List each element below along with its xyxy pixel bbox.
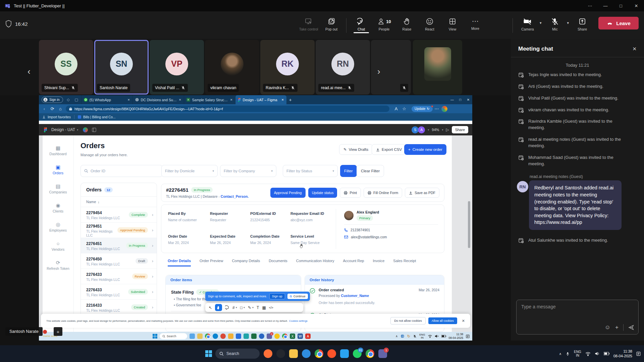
refresh-icon[interactable]: ⟳ — [48, 106, 56, 111]
firefox-icon[interactable] — [264, 349, 272, 358]
frame-tool-icon[interactable]: # — [232, 305, 235, 310]
tab-close-icon[interactable]: ✕ — [230, 98, 233, 102]
more-button[interactable]: ⋯ More — [464, 14, 487, 31]
pen-tool-icon[interactable]: ✎ — [248, 305, 251, 310]
window-minimize-button[interactable]: — — [598, 0, 613, 11]
app-icon[interactable] — [220, 334, 226, 339]
back-icon[interactable]: ‹ — [40, 106, 48, 111]
whatsapp-icon[interactable]: 81 — [353, 349, 362, 358]
contact-person-link[interactable]: Contact_Person. — [221, 194, 249, 198]
shared-time[interactable]: 11:38 — [456, 333, 463, 336]
window-maximize-button[interactable]: □ — [613, 0, 629, 11]
allow-cookies-button[interactable]: Allow all cookies — [428, 317, 457, 324]
app-icon[interactable] — [274, 334, 280, 339]
wifi-tray-icon[interactable] — [428, 335, 432, 338]
vscode-icon[interactable] — [340, 349, 349, 358]
fill-online-form-button[interactable]: Fill Online Form — [364, 188, 402, 198]
move-tool-icon[interactable]: ↖ — [209, 305, 212, 310]
tab-close-icon[interactable]: ✕ — [281, 98, 284, 102]
camera-button[interactable]: Camera — [516, 14, 539, 31]
shared-search-box[interactable]: Search — [160, 333, 187, 339]
order-row[interactable]: 2276433TL Flex Holdings LLC Submitted › — [81, 284, 157, 300]
export-csv-button[interactable]: Export CSV — [372, 144, 406, 155]
home-icon[interactable]: ⌂ — [56, 106, 64, 111]
chrome-icon[interactable] — [205, 334, 210, 339]
collaborator-avatar[interactable]: A — [418, 126, 425, 133]
browser-tab[interactable]: DC Divisions and Surroundings ✕ — [132, 95, 184, 104]
tab-close-icon[interactable]: ✕ — [127, 98, 130, 102]
taskbar-clock[interactable]: 11:3808-04-2025 — [613, 349, 632, 359]
google-continue-button[interactable]: G Continue — [287, 294, 308, 299]
cookie-close-icon[interactable]: ✕ — [462, 319, 465, 323]
avatars-chevron[interactable]: ▾ — [428, 128, 429, 131]
sidebar-item-dashboard[interactable]: ▦ Dashboard — [43, 145, 73, 156]
browser-tray-icon[interactable] — [400, 334, 405, 338]
edge-icon[interactable] — [302, 349, 311, 358]
customer-name-link[interactable]: Customer_Name — [341, 294, 369, 298]
signup-button[interactable]: Sign up — [269, 293, 285, 299]
start-button[interactable] — [205, 350, 212, 357]
browser-minimize-button[interactable]: — — [448, 98, 456, 102]
lang-top[interactable]: ENG — [574, 350, 581, 354]
chrome-profile-icon[interactable] — [366, 349, 374, 358]
taskbar-search-box[interactable]: Search — [215, 349, 260, 359]
update-status-button[interactable]: Update status — [308, 188, 337, 198]
lang-bottom[interactable]: IN — [576, 354, 579, 357]
app-icon[interactable] — [276, 349, 285, 358]
notification-tray-icon[interactable] — [466, 335, 470, 338]
address-bar[interactable]: https://www.figma.com/design/9BKQ0FOHRWa… — [66, 106, 389, 112]
update-tray-icon[interactable]: ↻ — [407, 334, 410, 339]
resources-tool-icon[interactable]: ▦ — [262, 305, 266, 310]
order-id-search[interactable] — [80, 165, 163, 177]
folder-icon[interactable] — [228, 334, 233, 339]
browser-tab[interactable]: (5) WhatsApp ✕ — [81, 95, 132, 104]
participant-tile[interactable]: SS Shivani Sup... — [39, 40, 93, 95]
teams-icon[interactable]: 1 — [378, 349, 387, 358]
import-favorites-label[interactable]: Import favorites — [48, 115, 71, 119]
sidebar-item-orders[interactable]: ▣ Orders — [43, 165, 73, 175]
filter-company-dropdown[interactable]: Filter by Company ▾ — [220, 165, 276, 177]
participant-tile-video[interactable] — [413, 40, 462, 95]
sort-desc-icon[interactable]: ↓ — [98, 200, 100, 204]
pages-panel-icon[interactable] — [92, 128, 96, 132]
shared-date[interactable]: 08-04-2025 — [449, 336, 463, 340]
volume-muted-tray-icon[interactable] — [435, 335, 439, 338]
figma-share-button[interactable]: Share — [452, 126, 468, 133]
participant-tile[interactable]: RK Ravindra K... — [260, 40, 315, 95]
tab-sales-receipt[interactable]: Sales Receipt — [393, 259, 416, 266]
order-row[interactable]: 2279451TL Flex Holdings LLC Approval Pen… — [81, 223, 157, 238]
order-row[interactable]: 2276433TL Flex Holdings LLC Review › — [81, 269, 157, 284]
window-close-button[interactable]: ✕ — [629, 0, 644, 11]
mic-muted-tray-icon[interactable] — [413, 335, 417, 338]
view-button[interactable]: View — [441, 14, 464, 31]
sidebar-item-companies[interactable]: ▤ Companies — [43, 184, 73, 194]
send-icon[interactable] — [628, 324, 634, 330]
teams-icon[interactable]: 2 — [267, 334, 272, 339]
taskbar-app-icon[interactable] — [190, 334, 195, 339]
wifi-icon[interactable] — [585, 352, 591, 356]
sidebar-item-employees[interactable]: ◎ Employees — [43, 222, 73, 232]
tray-expand-icon[interactable]: ∧ — [395, 335, 398, 338]
app-icon[interactable] — [259, 334, 264, 339]
excel-icon[interactable]: X — [290, 334, 295, 339]
canvas-scrollbar[interactable] — [468, 201, 470, 248]
browser-maximize-button[interactable]: □ — [456, 98, 464, 102]
presenter-add-button[interactable]: + — [54, 327, 62, 336]
frame-tool-chevron[interactable]: ▾ — [236, 306, 237, 309]
contact-email[interactable]: alex@vstatefilings.com — [351, 235, 387, 239]
brave-icon[interactable] — [327, 349, 336, 358]
pop-out-button[interactable]: Pop out — [320, 14, 343, 31]
browser-tab[interactable]: X Sample Salary Structure with calc ✕ — [184, 95, 235, 104]
start-icon[interactable] — [153, 334, 157, 339]
edge-icon[interactable] — [213, 334, 218, 339]
battery-icon[interactable] — [604, 352, 609, 355]
tab-order-details[interactable]: Order Details — [168, 259, 191, 266]
sidebar-item-refresh-token[interactable]: ⟳ Refresh Token — [43, 260, 73, 270]
file-explorer-icon[interactable] — [289, 349, 298, 358]
shared-lang-bottom[interactable]: IN — [421, 336, 424, 339]
browser-menu-icon[interactable]: ⋯ — [433, 106, 441, 111]
approval-pending-button[interactable]: Approval Pending — [270, 188, 306, 198]
shared-lang-top[interactable]: ENG — [419, 333, 425, 336]
sidebar-item-clients[interactable]: ◉ Clients — [43, 203, 73, 213]
figma-file-name[interactable]: Design - UAT — [51, 127, 75, 132]
